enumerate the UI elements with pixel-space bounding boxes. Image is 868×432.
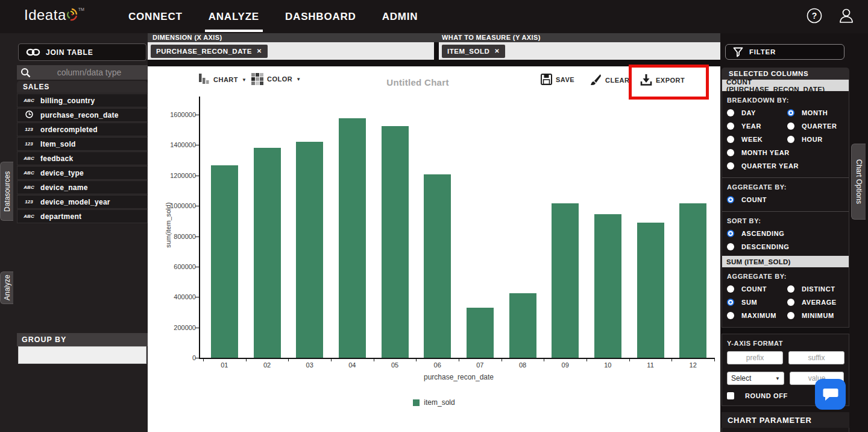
nav-item-admin[interactable]: ADMIN <box>382 11 418 23</box>
bar-07[interactable] <box>467 308 494 358</box>
radio-icon[interactable] <box>727 162 734 170</box>
radio-icon[interactable] <box>727 122 734 130</box>
radio-icon[interactable] <box>727 149 734 156</box>
radio-option-day[interactable]: DAY <box>727 106 787 119</box>
bar-08[interactable] <box>509 293 536 358</box>
export-button[interactable]: EXPORT <box>640 74 685 86</box>
radio-option-average[interactable]: AVERAGE <box>787 296 849 309</box>
radio-option-ascending[interactable]: ASCENDING <box>727 227 849 240</box>
column-item[interactable]: ABCdepartment <box>17 209 148 223</box>
suffix-input[interactable] <box>788 351 844 364</box>
column-item[interactable]: 123device_model_year <box>17 195 148 209</box>
group-by-dropzone[interactable] <box>18 346 146 364</box>
radio-option-month-year[interactable]: MONTH YEAR <box>727 146 849 159</box>
column-item[interactable]: ABCbilling_country <box>17 94 148 107</box>
radio-option-year[interactable]: YEAR <box>727 119 787 133</box>
column-item[interactable]: ABCfeedback <box>17 151 148 165</box>
group-by-header: GROUP BY <box>17 333 148 346</box>
radio-option-label: DISTINCT <box>802 285 835 293</box>
tab-analyze[interactable]: Analyze <box>0 272 13 304</box>
bar-01[interactable] <box>211 165 238 358</box>
user-icon[interactable] <box>838 7 855 24</box>
radio-option-minimum[interactable]: MINIMUM <box>787 309 849 322</box>
column-item[interactable]: purchase_recon_date <box>17 108 148 122</box>
radio-icon[interactable] <box>787 285 794 293</box>
radio-option-maximum[interactable]: MAXIMUM <box>727 309 787 322</box>
radio-icon[interactable] <box>787 312 794 319</box>
dimension-chip[interactable]: PURCHASE_RECON_DATE ✕ <box>151 45 268 58</box>
date-type-icon <box>22 110 36 119</box>
join-table-button[interactable]: JOIN TABLE <box>18 43 146 61</box>
radio-option-distinct[interactable]: DISTINCT <box>787 282 849 296</box>
bar-segment <box>544 97 587 358</box>
remove-measure-icon[interactable]: ✕ <box>494 48 500 54</box>
bar-02[interactable] <box>254 148 281 358</box>
nav-item-dashboard[interactable]: DASHBOARD <box>285 11 356 23</box>
radio-option-hour[interactable]: HOUR <box>787 133 849 146</box>
radio-icon[interactable] <box>727 312 734 319</box>
round-off-checkbox[interactable] <box>727 392 734 399</box>
radio-option-month[interactable]: MONTH <box>787 106 849 119</box>
radio-option-sum[interactable]: SUM <box>727 296 787 309</box>
radio-selected-icon[interactable] <box>787 109 794 116</box>
save-button[interactable]: SAVE <box>541 74 574 85</box>
radio-option-count[interactable]: COUNT <box>727 193 849 206</box>
bar-10[interactable] <box>594 214 621 358</box>
bar-06[interactable] <box>424 174 451 358</box>
radio-option-quarter[interactable]: QUARTER <box>787 119 849 133</box>
column-item-label: device_name <box>40 183 88 192</box>
measure-dropzone[interactable]: ITEM_SOLD ✕ <box>439 42 720 60</box>
dimension-dropzone[interactable]: PURCHASE_RECON_DATE ✕ <box>148 42 434 60</box>
column-item[interactable]: 123ordercompleted <box>17 122 148 136</box>
column-item[interactable]: ABCdevice_name <box>17 180 148 194</box>
column-search <box>17 65 148 80</box>
prefix-input[interactable] <box>727 351 783 364</box>
tab-datasources[interactable]: Datasources <box>0 162 13 221</box>
chart-legend: item_sold <box>148 398 720 407</box>
radio-option-descending[interactable]: DESCENDING <box>727 240 849 253</box>
bar-03[interactable] <box>296 142 323 358</box>
column-item[interactable]: ABCdevice_type <box>17 166 148 180</box>
count-aggregate-options: COUNT <box>722 192 849 209</box>
number-type-icon: 123 <box>22 141 36 147</box>
nav-item-analyze[interactable]: ANALYZE <box>209 11 259 23</box>
radio-icon[interactable] <box>787 122 794 130</box>
measure-chip[interactable]: ITEM_SOLD ✕ <box>442 45 505 58</box>
radio-icon[interactable] <box>727 109 734 116</box>
y-tickmark <box>195 267 199 267</box>
radio-selected-icon[interactable] <box>727 196 734 203</box>
column-search-input[interactable] <box>31 68 148 77</box>
remove-dimension-icon[interactable]: ✕ <box>257 48 262 54</box>
filter-button[interactable]: FILTER <box>725 44 844 60</box>
radio-option-count[interactable]: COUNT <box>727 282 787 296</box>
clear-button[interactable]: CLEAR <box>590 74 629 87</box>
y-tickmark <box>195 176 199 176</box>
tab-chart-options[interactable]: Chart Options <box>851 144 866 220</box>
radio-selected-icon[interactable] <box>727 230 734 237</box>
sort-options: ASCENDINGDESCENDING <box>722 226 849 256</box>
nav-item-connect[interactable]: CONNECT <box>128 11 183 23</box>
help-icon[interactable]: ? <box>807 8 822 24</box>
radio-icon[interactable] <box>787 136 794 143</box>
search-icon <box>20 68 31 78</box>
bar-12[interactable] <box>679 203 706 358</box>
radio-option-week[interactable]: WEEK <box>727 133 787 146</box>
chat-button[interactable] <box>815 379 846 410</box>
app-logo[interactable]: Ideata TM <box>24 7 84 24</box>
radio-icon[interactable] <box>727 243 734 250</box>
format-select[interactable]: Select ▼ <box>727 372 784 385</box>
bar-09[interactable] <box>552 203 579 358</box>
radio-selected-icon[interactable] <box>727 299 734 306</box>
bar-05[interactable] <box>382 126 409 358</box>
radio-icon[interactable] <box>727 136 734 143</box>
bar-11[interactable] <box>637 223 664 358</box>
column-item[interactable]: 123Item_sold <box>17 137 148 151</box>
legend-label: item_sold <box>424 398 454 407</box>
radio-option-label: YEAR <box>741 122 761 130</box>
bar-series <box>203 97 714 358</box>
filter-label: FILTER <box>749 48 776 56</box>
radio-icon[interactable] <box>727 285 734 293</box>
radio-option-quarter-year[interactable]: QUARTER YEAR <box>727 159 849 173</box>
bar-04[interactable] <box>339 118 366 358</box>
radio-icon[interactable] <box>787 299 794 306</box>
